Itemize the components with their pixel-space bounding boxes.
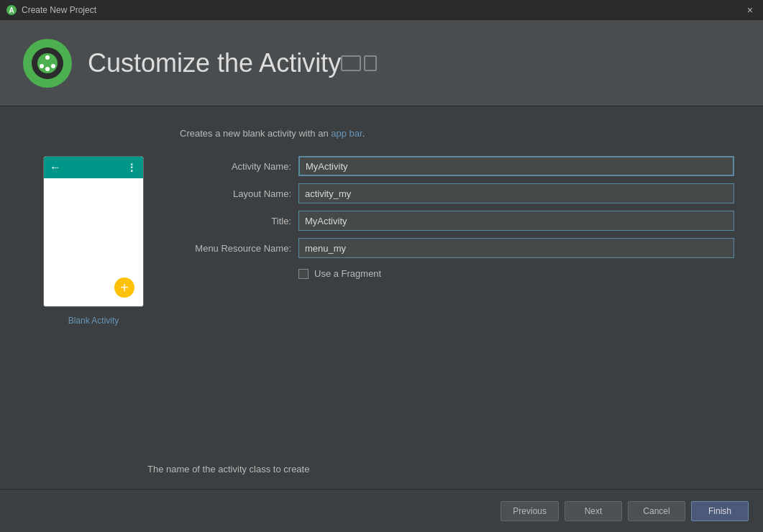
previous-button[interactable]: Previous (501, 501, 559, 521)
layout-name-input[interactable] (298, 183, 734, 203)
cancel-button[interactable]: Cancel (628, 501, 685, 521)
phone-body: + (44, 178, 143, 306)
tablet-icon (341, 55, 361, 71)
back-arrow-icon: ← (50, 161, 61, 174)
menu-resource-input[interactable] (298, 238, 734, 258)
description-after: . (362, 128, 365, 139)
layout-name-row: Layout Name: (180, 183, 734, 203)
window-title: Create New Project (22, 5, 96, 15)
use-fragment-checkbox[interactable] (298, 269, 309, 279)
phone-section: ← ⋮ + Blank Activity (29, 156, 158, 446)
svg-point-5 (45, 55, 50, 60)
bottom-info: The name of the activity class to create (147, 464, 734, 489)
activity-name-row: Activity Name: (180, 156, 734, 176)
form-area: Activity Name: Layout Name: Title: Menu … (180, 156, 734, 446)
title-input[interactable] (298, 211, 734, 231)
phone-mockup: ← ⋮ + (43, 156, 144, 307)
title-bar: A Create New Project × (0, 0, 763, 20)
main-area: ← ⋮ + Blank Activity Activity Name: Layo… (29, 156, 734, 446)
page-title: Customize the Activity (88, 48, 341, 78)
description-before: Creates a new blank activity with an (180, 128, 331, 139)
close-button[interactable]: × (743, 3, 757, 17)
phone-icon (364, 55, 377, 71)
mockup-label: Blank Activity (68, 316, 119, 326)
description-text: Creates a new blank activity with an app… (180, 128, 734, 139)
description-highlight: app bar (331, 128, 362, 139)
use-fragment-label: Use a Fragment (314, 268, 381, 279)
content-area: Creates a new blank activity with an app… (0, 106, 763, 489)
title-label: Title: (180, 216, 291, 226)
fragment-checkbox-row: Use a Fragment (298, 268, 734, 279)
title-bar-left: A Create New Project (6, 4, 96, 16)
layout-name-label: Layout Name: (180, 188, 291, 199)
svg-text:A: A (9, 6, 14, 14)
menu-resource-row: Menu Resource Name: (180, 238, 734, 258)
next-button[interactable]: Next (565, 501, 622, 521)
android-studio-logo (22, 37, 73, 89)
menu-dots-icon: ⋮ (127, 162, 137, 173)
title-row: Title: (180, 211, 734, 231)
svg-point-7 (40, 64, 44, 68)
finish-button[interactable]: Finish (691, 501, 749, 521)
menu-resource-label: Menu Resource Name: (180, 243, 291, 254)
app-icon: A (6, 4, 17, 16)
phone-topbar: ← ⋮ (44, 157, 143, 178)
svg-point-6 (45, 67, 50, 71)
fab-button: + (114, 278, 134, 298)
svg-point-8 (51, 64, 55, 68)
device-icons (341, 55, 377, 71)
header: Customize the Activity (0, 20, 763, 106)
footer: Previous Next Cancel Finish (0, 489, 763, 532)
activity-name-label: Activity Name: (180, 161, 291, 172)
activity-name-input[interactable] (298, 156, 734, 176)
